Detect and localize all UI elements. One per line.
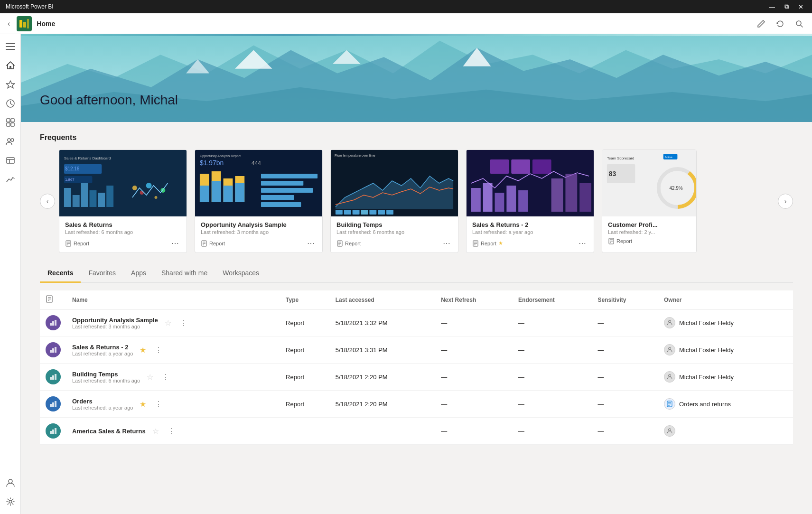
sidebar-item-apps[interactable]: [2, 114, 19, 131]
row-icon-4: [46, 396, 61, 411]
item-name-col-1: Opportunity Analysis Sample Last refresh…: [72, 317, 274, 329]
item-sub-text-3: Last refreshed: 6 months ago: [72, 378, 140, 383]
star-button-4[interactable]: ★: [138, 398, 148, 411]
sidebar-item-menu[interactable]: [2, 38, 19, 55]
tab-favorites[interactable]: Favorites: [81, 264, 123, 283]
row-endorsement-cell-2: —: [513, 336, 592, 364]
tab-recents[interactable]: Recents: [40, 264, 81, 283]
svg-rect-130: [50, 404, 52, 407]
person-icon-2: [666, 346, 673, 353]
tab-workspaces[interactable]: Workspaces: [215, 264, 267, 283]
minimize-button[interactable]: —: [766, 2, 778, 11]
row-sensitivity-cell-4: —: [592, 391, 658, 418]
tabs-bar: Recents Favorites Apps Shared with me Wo…: [40, 264, 793, 283]
frequent-card-4[interactable]: Sales & Returns - 2 Last refreshed: a ye…: [466, 150, 594, 253]
sidebar-item-settings[interactable]: [2, 493, 19, 510]
search-icon: [795, 19, 803, 28]
svg-point-140: [669, 429, 671, 431]
row-sensitivity-cell-2: —: [592, 336, 658, 364]
frequent-card-3[interactable]: Floor temperature over time: [330, 150, 458, 253]
row-refresh-cell-5: —: [435, 418, 513, 445]
table-row[interactable]: America Sales & Returns ☆ ⋮ — — —: [40, 418, 793, 445]
star-button-3[interactable]: ☆: [145, 371, 155, 383]
card-more-button-2[interactable]: ⋯: [305, 238, 317, 249]
row-icon-cell-4: [40, 391, 66, 418]
sidebar-item-recent[interactable]: [2, 95, 19, 112]
card-type-label-1: Report: [74, 241, 89, 246]
svg-point-129: [669, 374, 671, 377]
table-row[interactable]: Orders Last refreshed: a year ago ★ ⋮ Re…: [40, 391, 793, 418]
card-meta-3: Last refreshed: 6 months ago: [336, 229, 452, 235]
content-area: Good afternoon, Michal Frequents ‹ Sales…: [21, 34, 812, 514]
more-button-4[interactable]: ⋮: [153, 398, 164, 411]
row-owner-cell-3: Michal Foster Heldy: [658, 364, 793, 391]
tab-apps[interactable]: Apps: [123, 264, 154, 283]
svg-rect-55: [200, 186, 209, 202]
sidebar-item-favorites[interactable]: [2, 76, 19, 93]
svg-rect-40: [106, 186, 113, 207]
row-type-cell-2: Report: [280, 336, 330, 364]
table-row[interactable]: Building Temps Last refreshed: 6 months …: [40, 364, 793, 391]
row-name-cell-1: Opportunity Analysis Sample Last refresh…: [66, 309, 280, 336]
card-body-4: Sales & Returns - 2 Last refreshed: a ye…: [467, 216, 594, 252]
sidebar-item-shared[interactable]: [2, 133, 19, 150]
row-refresh-cell-4: —: [435, 391, 513, 418]
carousel-next-button[interactable]: ›: [778, 194, 793, 209]
svg-rect-94: [551, 178, 563, 212]
close-button[interactable]: ✕: [795, 2, 806, 11]
carousel-prev-button[interactable]: ‹: [40, 194, 55, 209]
main-layout: Good afternoon, Michal Frequents ‹ Sales…: [0, 34, 812, 514]
more-button-3[interactable]: ⋮: [160, 371, 171, 383]
table-row[interactable]: Sales & Returns - 2 Last refreshed: a ye…: [40, 336, 793, 364]
more-button-5[interactable]: ⋮: [166, 425, 177, 438]
svg-rect-138: [52, 430, 54, 434]
more-button-2[interactable]: ⋮: [153, 344, 164, 356]
edit-button[interactable]: [754, 17, 768, 31]
restore-button[interactable]: ⧉: [782, 2, 792, 11]
frequent-card-1[interactable]: Sales & Returns Dashboard $12.16 1,867: [59, 150, 187, 253]
row-name-cell-3: Building Temps Last refreshed: 6 months …: [66, 364, 280, 391]
svg-rect-123: [52, 348, 54, 353]
card-type-5: Report: [608, 238, 632, 244]
table-row[interactable]: Opportunity Analysis Sample Last refresh…: [40, 309, 793, 336]
sidebar-item-metrics[interactable]: [2, 171, 19, 188]
more-button-1[interactable]: ⋮: [178, 317, 189, 329]
frequent-card-2[interactable]: Opportunity Analysis Report $1.97bn 444: [195, 150, 323, 253]
row-accessed-cell-4: 5/18/2021 2:20 PM: [330, 391, 435, 418]
card-body-2: Opportunity Analysis Sample Last refresh…: [195, 216, 322, 252]
card-more-button-1[interactable]: ⋯: [169, 238, 181, 249]
svg-rect-77: [361, 210, 368, 215]
search-button[interactable]: [792, 17, 806, 31]
star-button-1[interactable]: ☆: [163, 317, 173, 329]
svg-point-43: [146, 183, 152, 188]
refresh-button[interactable]: [773, 17, 787, 31]
star-button-5[interactable]: ☆: [150, 425, 161, 438]
row-name-cell-2: Sales & Returns - 2 Last refreshed: a ye…: [66, 336, 280, 364]
owner-col-1: Michal Foster Heldy: [664, 317, 787, 328]
svg-rect-92: [506, 186, 516, 212]
star-button-2[interactable]: ★: [138, 344, 148, 356]
owner-avatar-1: [664, 317, 675, 328]
card-meta-4: Last refreshed: a year ago: [472, 229, 588, 235]
card-more-button-3[interactable]: ⋯: [441, 238, 452, 249]
back-button[interactable]: ‹: [6, 18, 12, 30]
card-type-1: Report: [65, 240, 89, 247]
frequent-card-5[interactable]: Team Scorecard Active 83 42.9%: [602, 150, 697, 253]
tab-shared[interactable]: Shared with me: [154, 264, 215, 283]
sidebar-item-profile[interactable]: [2, 474, 19, 491]
card-more-button-4[interactable]: ⋯: [577, 238, 588, 249]
profile-icon: [6, 478, 15, 487]
col-header-next-refresh: Next Refresh: [435, 290, 513, 309]
card-thumbnail-3: Floor temperature over time: [331, 150, 458, 216]
sidebar-item-workspaces[interactable]: [2, 152, 19, 169]
svg-text:444: 444: [252, 160, 261, 167]
card-footer-5: Report: [608, 238, 691, 244]
col-header-name: Name: [66, 290, 280, 309]
owner-avatar-3: [664, 371, 675, 383]
svg-rect-139: [55, 428, 56, 434]
svg-rect-63: [261, 181, 303, 186]
card-type-label-3: Report: [345, 241, 361, 246]
svg-rect-76: [353, 210, 360, 215]
svg-rect-137: [50, 431, 52, 434]
sidebar-item-home[interactable]: [2, 57, 19, 74]
